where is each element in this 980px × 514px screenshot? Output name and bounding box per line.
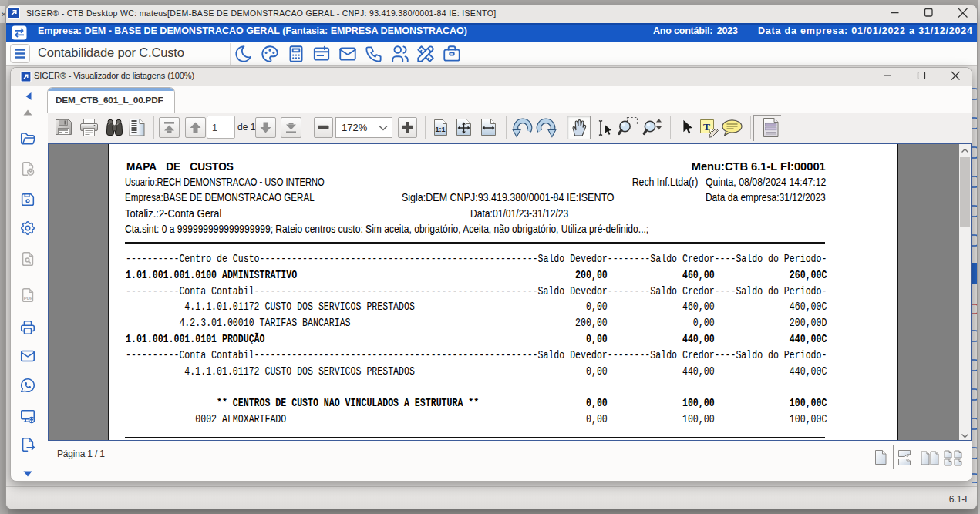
svg-text:T: T — [703, 121, 710, 133]
svg-text:1:1: 1:1 — [436, 126, 446, 133]
svg-text:PDF: PDF — [24, 296, 33, 301]
